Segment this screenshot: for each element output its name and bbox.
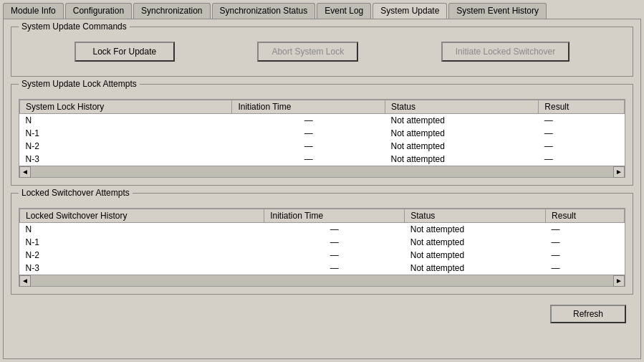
tab-configuration[interactable]: Configuration — [65, 3, 132, 19]
sw-col-result: Result — [546, 209, 625, 223]
sw-row-result: — — [546, 223, 625, 237]
lock-row-history: N-3 — [20, 153, 232, 166]
sw-row-result: — — [546, 249, 625, 262]
lock-attempts-title: System Update Lock Attempts — [19, 79, 140, 89]
lock-attempts-scrollbar: ◄ ► — [19, 166, 625, 178]
sw-row-history: N-1 — [20, 236, 264, 249]
sw-scroll-track[interactable] — [31, 275, 613, 286]
sw-row-status: Not attempted — [405, 223, 546, 237]
lock-row-status: Not attempted — [385, 140, 538, 153]
switchover-attempts-group: Locked Switchover Attempts Locked Switch… — [11, 193, 633, 295]
lock-row-time: — — [232, 140, 385, 153]
lock-col-result: Result — [539, 100, 625, 114]
switchover-row: N-2 — Not attempted — — [20, 249, 625, 262]
sw-row-history: N-2 — [20, 249, 264, 262]
lock-attempts-group: System Update Lock Attempts System Lock … — [11, 84, 633, 186]
commands-group-title: System Update Commands — [19, 22, 130, 32]
refresh-button[interactable]: Refresh — [550, 305, 626, 323]
sw-row-result: — — [546, 262, 625, 275]
lock-attempts-row: N-2 — Not attempted — — [20, 140, 625, 153]
tab-bar: Module Info Configuration Synchronizatio… — [0, 0, 644, 19]
lock-attempts-table-container: System Lock History Initiation Time Stat… — [19, 99, 625, 166]
switchover-scrollbar: ◄ ► — [19, 275, 625, 287]
switchover-row: N-1 — Not attempted — — [20, 236, 625, 249]
tab-module-info[interactable]: Module Info — [3, 3, 64, 19]
sw-row-time: — — [264, 249, 405, 262]
lock-scroll-right[interactable]: ► — [613, 166, 625, 178]
lock-row-result: — — [539, 153, 625, 166]
sw-col-history: Locked Switchover History — [20, 209, 264, 223]
sw-scroll-right[interactable]: ► — [613, 275, 625, 287]
switchover-attempts-table-container: Locked Switchover History Initiation Tim… — [19, 208, 625, 275]
sw-row-time: — — [264, 223, 405, 237]
sw-row-time: — — [264, 262, 405, 275]
lock-scroll-left[interactable]: ◄ — [19, 166, 31, 178]
main-content: System Update Commands Lock For Update A… — [3, 19, 641, 359]
lock-row-status: Not attempted — [385, 127, 538, 140]
lock-row-result: — — [539, 114, 625, 128]
tab-synchronization-status[interactable]: Synchronization Status — [212, 3, 316, 19]
lock-row-history: N-2 — [20, 140, 232, 153]
lock-attempts-table: System Lock History Initiation Time Stat… — [19, 100, 625, 166]
switchover-row: N-3 — Not attempted — — [20, 262, 625, 275]
lock-row-time: — — [232, 114, 385, 128]
sw-col-status: Status — [405, 209, 546, 223]
lock-scroll-track[interactable] — [31, 166, 613, 177]
sw-col-time: Initiation Time — [264, 209, 405, 223]
lock-col-time: Initiation Time — [232, 100, 385, 114]
lock-attempts-row: N-3 — Not attempted — — [20, 153, 625, 166]
system-update-commands-group: System Update Commands Lock For Update A… — [11, 27, 633, 77]
switchover-row: N — Not attempted — — [20, 223, 625, 237]
lock-attempts-row: N-1 — Not attempted — — [20, 127, 625, 140]
commands-row: Lock For Update Abort System Lock Initia… — [19, 34, 625, 69]
lock-for-update-button[interactable]: Lock For Update — [75, 42, 175, 62]
lock-row-result: — — [539, 140, 625, 153]
sw-row-status: Not attempted — [405, 249, 546, 262]
sw-scroll-left[interactable]: ◄ — [19, 275, 31, 287]
sw-row-status: Not attempted — [405, 262, 546, 275]
lock-col-status: Status — [385, 100, 538, 114]
tab-event-log[interactable]: Event Log — [317, 3, 371, 19]
lock-row-status: Not attempted — [385, 114, 538, 128]
lock-row-history: N — [20, 114, 232, 128]
sw-row-history: N-3 — [20, 262, 264, 275]
sw-row-history: N — [20, 223, 264, 237]
lock-col-history: System Lock History — [20, 100, 232, 114]
bottom-bar: Refresh — [11, 302, 633, 326]
lock-attempts-row: N — Not attempted — — [20, 114, 625, 128]
abort-system-lock-button[interactable]: Abort System Lock — [257, 42, 358, 62]
tab-system-update[interactable]: System Update — [373, 3, 447, 19]
lock-row-time: — — [232, 127, 385, 140]
initiate-locked-switchover-button[interactable]: Initiate Locked Switchover — [441, 42, 569, 62]
sw-row-result: — — [546, 236, 625, 249]
tab-system-event-history[interactable]: System Event History — [448, 3, 547, 19]
lock-row-time: — — [232, 153, 385, 166]
lock-row-result: — — [539, 127, 625, 140]
sw-row-time: — — [264, 236, 405, 249]
switchover-attempts-table: Locked Switchover History Initiation Tim… — [19, 209, 625, 275]
sw-row-status: Not attempted — [405, 236, 546, 249]
tab-synchronization[interactable]: Synchronization — [133, 3, 210, 19]
switchover-attempts-title: Locked Switchover Attempts — [19, 188, 133, 198]
lock-row-history: N-1 — [20, 127, 232, 140]
lock-row-status: Not attempted — [385, 153, 538, 166]
